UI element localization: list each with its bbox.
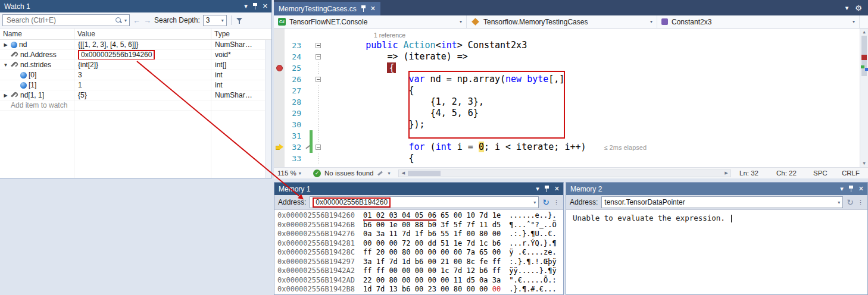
toolbar-overflow-icon[interactable]: ⋮ [857, 199, 864, 206]
status-indent-mode[interactable]: SPC [813, 170, 838, 177]
breakpoint-gutter-cell[interactable] [274, 62, 285, 74]
expander-icon[interactable]: ▶ [2, 93, 9, 98]
gear-icon[interactable]: ⚙ [855, 4, 862, 12]
fold-collapse-icon[interactable] [316, 54, 321, 59]
project-dropdown[interactable]: C# TensorFlowNET.Console ▾ [274, 15, 467, 28]
watch-row[interactable]: nd.Address0x000002556b194260void* [0, 50, 271, 60]
code-text[interactable]: { [323, 62, 868, 74]
breakpoint-gutter-cell[interactable] [274, 96, 285, 108]
fold-collapse-icon[interactable] [316, 43, 321, 48]
code-text[interactable]: var nd = np.array(new byte[,] [323, 74, 868, 85]
member-dropdown[interactable]: Constant2x3 ▾ [657, 15, 860, 28]
issues-status[interactable]: No issues found [324, 170, 373, 177]
watch-titlebar[interactable]: Watch 1 ▾ ✕ [0, 0, 271, 12]
breakpoint-gutter-cell[interactable] [274, 85, 285, 96]
search-icon[interactable] [115, 17, 123, 24]
watch-value[interactable]: {int[2]} [78, 61, 98, 69]
code-text[interactable]: => (iterate) => [323, 51, 868, 62]
window-position-icon[interactable]: ▾ [840, 186, 844, 192]
pin-icon[interactable] [252, 2, 258, 10]
watch-row[interactable]: ▼nd.strides{int[2]}int[] [0, 60, 271, 70]
fold-collapse-icon[interactable] [316, 145, 321, 150]
horizontal-scrollbar[interactable]: ◀ ▶ [398, 170, 731, 177]
fold-collapse-icon[interactable] [316, 77, 321, 82]
search-options-chevron-icon[interactable]: ▾ [124, 18, 127, 23]
code-text[interactable]: for (int i = 0; i < iterate; i++)≤ 2ms e… [323, 142, 868, 153]
watch-row[interactable]: Add item to watch [0, 101, 271, 111]
type-dropdown[interactable]: Tensorflow.MemoryTestingCases ▾ [467, 15, 657, 28]
breakpoint-gutter-cell[interactable] [274, 51, 285, 62]
scroll-left-icon[interactable]: ◀ [399, 171, 407, 175]
column-header-type[interactable]: Type [211, 29, 271, 39]
tab-memorytestingcases[interactable]: MemoryTestingCases.cs ✕ [274, 2, 380, 15]
breakpoint-gutter-cell[interactable] [274, 40, 285, 51]
editor-vertical-scrollbar[interactable]: ▲ ▼ [860, 29, 868, 167]
watch-value[interactable]: 3 [78, 71, 82, 79]
health-check-icon[interactable]: ✓ [313, 170, 321, 177]
refresh-icon[interactable]: ↻ [542, 198, 549, 206]
breakpoint-gutter-cell[interactable] [274, 153, 285, 164]
watch-value[interactable]: 1 [78, 81, 82, 89]
breakpoint-gutter-cell[interactable] [274, 130, 285, 142]
codelens-references[interactable]: 1 reference [274, 31, 868, 40]
chevron-down-icon[interactable]: ▾ [533, 200, 536, 205]
scroll-down-icon[interactable]: ▼ [860, 161, 868, 166]
pin-icon[interactable] [544, 185, 549, 193]
filter-icon[interactable] [236, 17, 243, 24]
breakpoint-icon[interactable] [276, 65, 283, 71]
column-header-name[interactable]: Name [0, 29, 74, 39]
close-icon[interactable]: ✕ [554, 186, 560, 192]
address-combo[interactable]: 0x000002556B194260 ▾ [310, 196, 539, 208]
code-text[interactable]: { [323, 153, 868, 164]
watch-value[interactable]: 0x000002556b194260 [78, 50, 155, 59]
breakpoint-gutter-cell[interactable] [274, 142, 285, 153]
watch-row[interactable]: [1]1int [0, 80, 271, 90]
memory1-rows[interactable]: 0x000002556B19426001 02 03 04 05 06 65 0… [274, 210, 563, 294]
pin-icon[interactable] [848, 185, 854, 193]
breakpoint-gutter-cell[interactable] [274, 108, 285, 119]
watch-vertical-scrollbar[interactable] [265, 40, 271, 178]
search-depth-combo[interactable]: 3 ▾ [203, 15, 227, 26]
refresh-icon[interactable]: ↻ [847, 198, 854, 206]
chevron-down-icon[interactable]: ▾ [388, 171, 390, 176]
annotations-icon[interactable] [377, 170, 384, 177]
expander-icon[interactable]: ▶ [2, 42, 9, 48]
search-prev-icon[interactable]: ← [133, 16, 140, 25]
code-area[interactable]: 1 reference23 public Action<int> Constan… [274, 29, 868, 167]
code-text[interactable]: }); [323, 119, 868, 130]
scroll-up-icon[interactable]: ▲ [860, 30, 868, 34]
breakpoint-gutter-cell[interactable] [274, 74, 285, 85]
close-icon[interactable]: ✕ [263, 3, 268, 10]
scroll-right-icon[interactable]: ▶ [723, 171, 730, 175]
window-position-icon[interactable]: ▾ [536, 186, 539, 192]
toolbar-overflow-icon[interactable]: ⋮ [553, 199, 560, 206]
close-icon[interactable]: ✕ [858, 186, 864, 192]
watch-value[interactable]: {[[1, 2, 3], [4, 5, 6]]} [78, 40, 138, 49]
watch-row[interactable]: ▶nd{[[1, 2, 3], [4, 5, 6]]}NumShar… [0, 40, 271, 50]
chevron-down-icon[interactable]: ▾ [838, 200, 840, 205]
column-header-value[interactable]: Value [74, 29, 211, 39]
memory1-titlebar[interactable]: Memory 1 ▾ ✕ [274, 183, 563, 195]
address-combo[interactable]: tensor.TensorDataPointer ▾ [601, 196, 843, 208]
tab-list-chevron-icon[interactable]: ▾ [845, 5, 849, 11]
code-text[interactable]: public Action<int> Constant2x3 [323, 40, 868, 51]
memory2-titlebar[interactable]: Memory 2 ▾ ✕ [566, 183, 867, 195]
watch-value[interactable]: {5} [78, 91, 87, 99]
search-box[interactable]: ▾ [2, 14, 130, 26]
watch-row[interactable]: [0]3int [0, 70, 271, 80]
scrollbar-split-handle[interactable] [860, 15, 868, 28]
window-position-icon[interactable]: ▾ [244, 3, 248, 10]
code-text[interactable]: {4, 5, 6} [323, 108, 868, 119]
watch-row[interactable]: ▶nd[1, 1]{5}NumShar… [0, 90, 271, 101]
close-icon[interactable]: ✕ [370, 5, 376, 12]
scrollbar-thumb[interactable] [408, 171, 441, 176]
perf-tip[interactable]: ≤ 2ms elapsed [604, 144, 647, 151]
status-line-ending[interactable]: CRLF [842, 170, 864, 177]
search-input[interactable] [7, 16, 113, 24]
pin-icon[interactable] [361, 5, 366, 12]
search-next-icon[interactable]: → [143, 16, 151, 25]
code-text[interactable]: {1, 2, 3}, [323, 96, 868, 108]
expander-icon[interactable]: ▼ [2, 62, 9, 68]
code-text[interactable]: { [323, 85, 868, 96]
code-text[interactable] [323, 130, 868, 142]
